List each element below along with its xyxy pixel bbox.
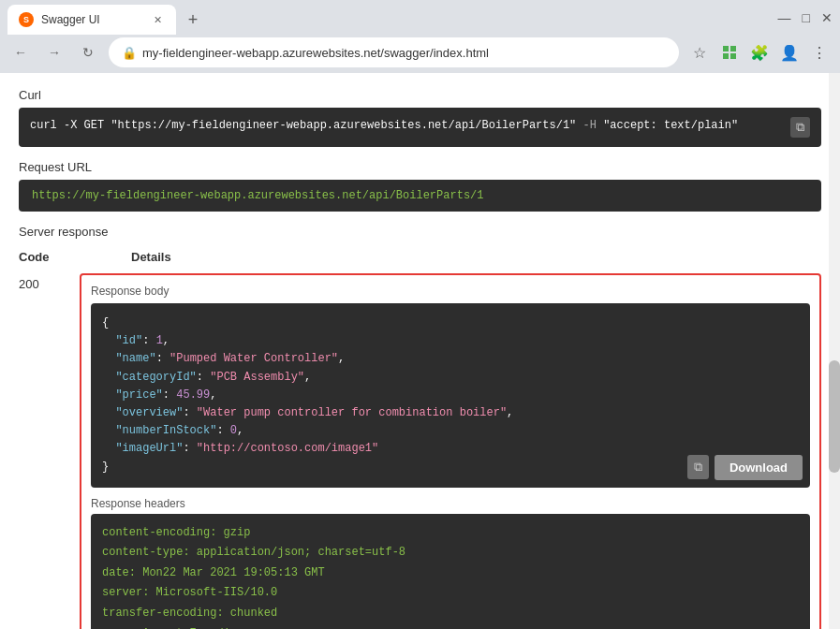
header-item: content-encoding: gzip — [102, 523, 799, 544]
header-item: transfer-encoding: chunked — [102, 604, 799, 624]
svg-rect-1 — [730, 46, 736, 51]
scrollbar-track[interactable] — [829, 73, 840, 629]
tab-title: Swagger UI — [41, 13, 142, 26]
header-item: date: Mon22 Mar 2021 19:05:13 GMT — [102, 563, 799, 584]
title-bar: S Swagger UI ✕ + — □ ✕ — [0, 0, 840, 34]
svg-rect-0 — [723, 46, 729, 51]
browser-chrome: S Swagger UI ✕ + — □ ✕ ← → ↻ 🔒 my-fielde… — [0, 0, 840, 73]
toolbar-icons: ☆ 🧩 👤 ⋮ — [686, 39, 833, 66]
puzzle-button[interactable]: 🧩 — [746, 39, 773, 66]
response-table-header: Code Details — [19, 246, 821, 268]
response-body-label: Response body — [91, 285, 810, 298]
menu-button[interactable]: ⋮ — [806, 39, 833, 66]
header-item: vary: Accept-Encoding — [102, 624, 799, 629]
request-url-value: https://my-fieldengineer-webapp.azureweb… — [32, 189, 483, 202]
lock-icon: 🔒 — [122, 46, 137, 60]
response-code: 200 — [19, 273, 70, 291]
response-body-code: { "id": 1, "name": "Pumped Water Control… — [91, 303, 810, 488]
page-wrapper: Curl curl -X GET "https://my-fieldengine… — [0, 73, 840, 629]
window-controls: — □ ✕ — [778, 10, 833, 29]
svg-rect-3 — [730, 53, 736, 59]
url-text: my-fieldengineer-webapp.azurewebsites.ne… — [142, 46, 489, 60]
request-url-section: Request URL https://my-fieldengineer-web… — [19, 160, 821, 212]
new-tab-button[interactable]: + — [180, 7, 206, 33]
star-button[interactable]: ☆ — [686, 39, 713, 66]
tab-close-btn[interactable]: ✕ — [150, 12, 165, 27]
server-response-label: Server response — [19, 225, 108, 239]
url-bar[interactable]: 🔒 my-fieldengineer-webapp.azurewebsites.… — [109, 37, 679, 67]
curl-copy-button[interactable]: ⧉ — [790, 117, 810, 138]
response-body-copy-button[interactable]: ⧉ — [687, 455, 709, 479]
code-header: Code — [19, 250, 75, 264]
address-bar: ← → ↻ 🔒 my-fieldengineer-webapp.azureweb… — [0, 34, 840, 73]
svg-rect-2 — [723, 53, 729, 59]
header-item: server: Microsoft-IIS/10.0 — [102, 583, 799, 604]
curl-box: curl -X GET "https://my-fieldengineer-we… — [19, 108, 821, 147]
page-content: Curl curl -X GET "https://my-fieldengine… — [0, 73, 840, 629]
response-headers-box: content-encoding: gzip content-type: app… — [91, 514, 810, 629]
header-item: content-type: application/json; charset=… — [102, 543, 799, 563]
download-button[interactable]: Download — [715, 455, 803, 480]
tab-favicon: S — [19, 12, 34, 27]
response-row-200: 200 Response body { "id": 1, "name": "Pu… — [19, 273, 821, 629]
details-header: Details — [131, 250, 171, 264]
curl-label: Curl — [19, 88, 821, 102]
minimize-btn[interactable]: — — [778, 10, 791, 25]
request-url-box: https://my-fieldengineer-webapp.azureweb… — [19, 180, 821, 212]
refresh-button[interactable]: ↻ — [75, 39, 101, 66]
json-body-actions: ⧉ Download — [687, 455, 803, 480]
curl-section: Curl curl -X GET "https://my-fieldengine… — [19, 88, 821, 147]
scrollbar-thumb[interactable] — [829, 360, 840, 473]
back-button[interactable]: ← — [7, 39, 34, 66]
close-btn[interactable]: ✕ — [821, 10, 833, 25]
server-response-section: Server response — [19, 225, 821, 239]
response-body-container: Response body { "id": 1, "name": "Pumped… — [80, 273, 821, 629]
extension-button[interactable] — [716, 39, 743, 66]
response-headers-label: Response headers — [91, 497, 810, 510]
browser-tab[interactable]: S Swagger UI ✕ — [7, 5, 176, 35]
restore-btn[interactable]: □ — [803, 10, 810, 25]
curl-command: curl -X GET "https://my-fieldengineer-we… — [30, 117, 783, 134]
request-url-label: Request URL — [19, 160, 821, 174]
account-button[interactable]: 👤 — [776, 39, 803, 66]
forward-button[interactable]: → — [41, 39, 67, 66]
